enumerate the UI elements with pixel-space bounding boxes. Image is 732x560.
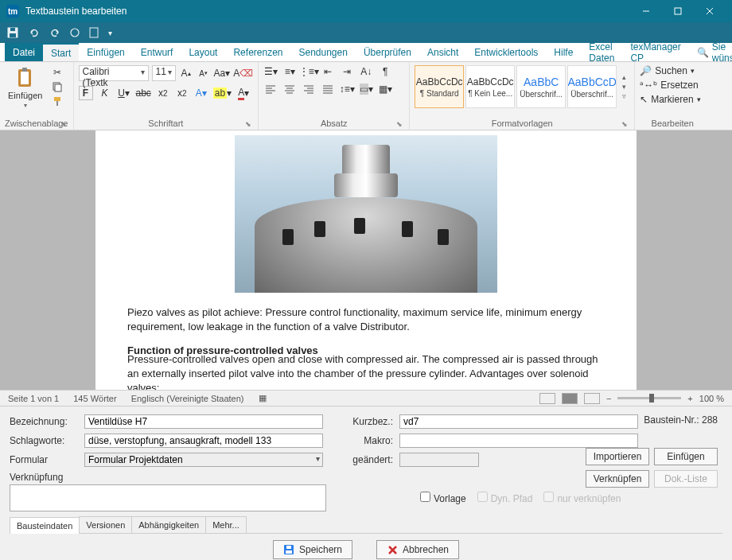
styles-more-button[interactable]: ▴▾▿: [618, 65, 629, 108]
tab-sendungen[interactable]: Sendungen: [291, 43, 356, 61]
checkbox-vorlage[interactable]: Vorlage: [420, 492, 466, 504]
input-schlagworte[interactable]: [84, 434, 323, 448]
format-painter-icon[interactable]: [50, 95, 64, 107]
highlight-icon[interactable]: ab▾: [213, 86, 232, 100]
combo-formular[interactable]: [84, 453, 323, 467]
tab-entwicklertools[interactable]: Entwicklertools: [466, 43, 546, 61]
tab-exceldaten[interactable]: Excel Daten: [581, 43, 622, 61]
replace-button[interactable]: ᵃ↔ᵇErsetzen: [640, 80, 700, 91]
underline-button[interactable]: U▾: [117, 86, 131, 100]
paste-button[interactable]: Einfügen ▾: [5, 65, 45, 111]
editing-group-label: Bearbeiten: [640, 117, 705, 130]
button-abbrechen[interactable]: Abbrechen: [376, 540, 459, 559]
zoom-out-button[interactable]: −: [606, 394, 611, 403]
textarea-verknuepfung[interactable]: [10, 484, 326, 511]
font-size-combo[interactable]: 11: [152, 65, 176, 81]
zoom-slider[interactable]: [617, 397, 681, 399]
borders-icon[interactable]: ▦▾: [378, 83, 392, 95]
tab-abhaengigkeiten[interactable]: Abhängigkeiten: [131, 516, 206, 533]
align-center-icon[interactable]: [282, 83, 297, 95]
tab-einfuegen[interactable]: Einfügen: [79, 43, 132, 61]
qat-redo-icon[interactable]: [49, 27, 60, 38]
decrease-font-icon[interactable]: A▾: [197, 66, 211, 80]
font-launcher[interactable]: ⬊: [245, 120, 251, 128]
subscript-button[interactable]: x2: [156, 86, 170, 100]
status-language[interactable]: Englisch (Vereinigte Staaten): [131, 394, 244, 403]
minimize-button[interactable]: [630, 0, 662, 22]
clear-formatting-icon[interactable]: A⌫: [233, 66, 253, 80]
numbering-icon[interactable]: ≡▾: [282, 65, 297, 78]
document-image[interactable]: [235, 135, 497, 293]
sort-icon[interactable]: A↓: [359, 65, 373, 78]
status-page[interactable]: Seite 1 von 1: [8, 394, 59, 403]
input-kurzbez[interactable]: [399, 414, 638, 429]
style-kein-leerraum[interactable]: AaBbCcDc¶ Kein Lee...: [465, 65, 515, 108]
maximize-button[interactable]: [662, 0, 694, 22]
qat-dropdown-icon[interactable]: ▾: [108, 29, 112, 37]
text-effects-icon[interactable]: A▾: [194, 86, 208, 100]
tab-bausteindaten[interactable]: Bausteindaten: [10, 517, 80, 534]
document-viewport[interactable]: Piezo valves as pilot achieve: Pressure …: [0, 130, 732, 390]
increase-indent-icon[interactable]: ⇥: [340, 65, 354, 78]
styles-launcher[interactable]: ⬊: [621, 120, 628, 128]
change-case-icon[interactable]: Aa▾: [214, 66, 231, 80]
tab-start[interactable]: Start: [43, 43, 79, 61]
status-words[interactable]: 145 Wörter: [73, 394, 116, 403]
superscript-button[interactable]: x2: [175, 86, 189, 100]
font-name-combo[interactable]: Calibri (Textk: [79, 65, 149, 81]
tab-ueberpruefen[interactable]: Überprüfen: [356, 43, 419, 61]
cut-icon[interactable]: ✂: [50, 67, 64, 78]
style-ueberschrift2[interactable]: AaBbCcDÜberschrif...: [567, 65, 617, 108]
decrease-indent-icon[interactable]: ⇤: [321, 65, 335, 78]
tab-entwurf[interactable]: Entwurf: [133, 43, 181, 61]
tab-ansicht[interactable]: Ansicht: [419, 43, 466, 61]
status-macro-icon[interactable]: ▦: [259, 393, 267, 403]
tab-mehr[interactable]: Mehr...: [205, 516, 247, 533]
show-marks-icon[interactable]: ¶: [378, 65, 392, 78]
input-bezeichnung[interactable]: [84, 414, 323, 429]
multilevel-icon[interactable]: ⋮≡▾: [302, 65, 316, 78]
input-geaendert[interactable]: [399, 453, 479, 467]
clipboard-launcher[interactable]: ⬊: [60, 120, 67, 128]
view-print-icon[interactable]: [562, 393, 578, 404]
qat-new-icon[interactable]: [89, 27, 99, 38]
paragraph-launcher[interactable]: ⬊: [396, 120, 403, 128]
button-einfuegen[interactable]: Einfügen: [654, 448, 718, 465]
tab-texmanager[interactable]: texManager CP: [622, 43, 688, 61]
select-button[interactable]: ↖Markieren ▾: [640, 94, 700, 105]
zoom-in-button[interactable]: +: [687, 394, 692, 403]
shading-icon[interactable]: ▭▾: [359, 83, 373, 95]
line-spacing-icon[interactable]: ↕≡▾: [340, 83, 354, 95]
tell-me-search[interactable]: 🔍Sie wüns: [689, 43, 732, 61]
qat-circle-icon[interactable]: [70, 28, 80, 37]
close-button[interactable]: [694, 0, 726, 22]
doc-paragraph-1[interactable]: Piezo valves as pilot achieve: Pressure …: [127, 305, 605, 334]
style-ueberschrift1[interactable]: AaBbCÜberschrif...: [516, 65, 566, 108]
button-verknuepfen[interactable]: Verknüpfen: [586, 470, 649, 488]
button-importieren[interactable]: Importieren: [586, 448, 649, 465]
input-makro[interactable]: [399, 434, 638, 448]
tab-layout[interactable]: Layout: [181, 43, 225, 61]
qat-save-icon[interactable]: [6, 26, 19, 39]
align-right-icon[interactable]: [302, 83, 316, 95]
tab-datei[interactable]: Datei: [5, 43, 43, 61]
zoom-level[interactable]: 100 %: [699, 394, 724, 403]
style-standard[interactable]: AaBbCcDc¶ Standard: [415, 65, 464, 108]
qat-undo-icon[interactable]: [29, 27, 40, 38]
view-web-icon[interactable]: [584, 393, 600, 404]
find-button[interactable]: 🔎Suchen ▾: [640, 65, 700, 76]
svg-point-8: [71, 29, 79, 37]
bullets-icon[interactable]: ☰▾: [263, 65, 278, 78]
doc-paragraph-2[interactable]: Pressure-controlled valves open and clos…: [127, 352, 605, 390]
increase-font-icon[interactable]: A▴: [179, 66, 193, 80]
button-speichern[interactable]: Speichern: [273, 540, 352, 559]
tab-referenzen[interactable]: Referenzen: [225, 43, 290, 61]
strikethrough-button[interactable]: abc: [136, 86, 151, 100]
tab-versionen[interactable]: Versionen: [79, 516, 132, 533]
tab-hilfe[interactable]: Hilfe: [546, 43, 581, 61]
font-color-icon[interactable]: A▾: [236, 86, 251, 100]
view-read-icon[interactable]: [539, 393, 555, 404]
justify-icon[interactable]: [321, 83, 335, 95]
copy-icon[interactable]: [50, 81, 64, 92]
align-left-icon[interactable]: [263, 83, 278, 95]
